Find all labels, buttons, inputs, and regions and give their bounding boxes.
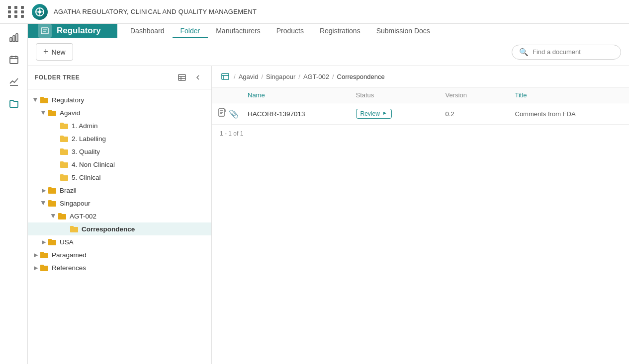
tree-label-singapour: Singapour [60, 200, 90, 207]
doc-type-icon [218, 108, 227, 119]
chevron-icon: ▶ [40, 186, 48, 194]
chevron-icon: ▶ [40, 109, 48, 117]
new-button[interactable]: + New [36, 43, 73, 61]
tree-item-brazil[interactable]: ▶ Brazil [28, 184, 211, 197]
tree-label-labelling: 2. Labelling [72, 135, 106, 143]
tree-label-regulatory: Regulatory [52, 96, 84, 104]
chevron-icon: ▶ [32, 264, 40, 272]
tree-item-regulatory[interactable]: ▶ Regulatory [28, 93, 211, 106]
chevron-icon [62, 225, 70, 233]
tree-label-references: References [52, 264, 86, 272]
tree-item-references[interactable]: ▶ References [28, 261, 211, 274]
folder-tree-title: FOLDER TREE [35, 74, 80, 81]
chevron-icon [52, 173, 60, 181]
tree-label-agt-002: AGT-002 [70, 213, 96, 220]
th-title: Title [515, 91, 624, 99]
content-panel: / Agavid / Singapour / AGT-002 / Corresp… [212, 66, 629, 364]
svg-rect-21 [222, 73, 229, 79]
tree-item-non-clinical[interactable]: 4. Non Clinical [28, 158, 211, 171]
tree-item-quality[interactable]: 3. Quality [28, 145, 211, 158]
sidebar-icons [0, 24, 28, 364]
tree-item-agavid[interactable]: ▶ Agavid [28, 106, 211, 119]
tree-collapse-btn[interactable] [191, 71, 204, 84]
status-badge[interactable]: Review [356, 109, 392, 119]
breadcrumb-sep: / [332, 73, 334, 80]
nav-dashboard[interactable]: Dashboard [122, 24, 173, 38]
module-header: Regulatory Dashboard Folder Manufacturer… [28, 24, 629, 38]
breadcrumb-sep: / [234, 73, 236, 80]
table-header: Name Status Version Title [212, 87, 629, 103]
tree-label-paragamed: Paragamed [52, 251, 87, 259]
tree-label-brazil: Brazil [60, 187, 77, 194]
apps-grid-icon[interactable] [8, 6, 26, 18]
sidebar-icon-calendar[interactable] [4, 50, 24, 70]
module-brand: Regulatory [28, 24, 117, 38]
svg-rect-7 [13, 36, 15, 42]
tree-item-paragamed[interactable]: ▶ Paragamed [28, 248, 211, 261]
chevron-icon: ▶ [40, 238, 48, 246]
tree-item-labelling[interactable]: 2. Labelling [28, 132, 211, 145]
chevron-icon [52, 122, 60, 130]
svg-rect-14 [41, 28, 48, 34]
app-title: AGATHA REGULATORY, CLINICAL AND QUALITY … [54, 8, 257, 15]
top-bar: AGATHA REGULATORY, CLINICAL AND QUALITY … [0, 0, 629, 24]
chevron-icon [52, 160, 60, 168]
status-arrow-icon [382, 111, 387, 117]
doc-status[interactable]: Review [356, 109, 446, 119]
breadcrumb-agavid[interactable]: Agavid [239, 73, 259, 80]
breadcrumb-sep: / [261, 73, 263, 80]
nav-submission-docs[interactable]: Submission Docs [368, 24, 438, 38]
module-brand-icon [38, 24, 52, 38]
folder-tree-body[interactable]: ▶ Regulatory ▶ Agavid 1. Admin [28, 89, 211, 364]
nav-products[interactable]: Products [269, 24, 312, 38]
tree-item-admin[interactable]: 1. Admin [28, 119, 211, 132]
tree-item-agt-002[interactable]: ▶ AGT-002 [28, 210, 211, 222]
new-label: New [52, 48, 66, 56]
doc-icons: 📎 [218, 108, 248, 119]
search-box[interactable]: 🔍 [512, 45, 621, 60]
table-row[interactable]: 📎 HACORR-1397013 Review 0.2 Comments fro… [212, 103, 629, 125]
tree-item-clinical[interactable]: 5. Clinical [28, 171, 211, 184]
th-version: Version [446, 91, 515, 99]
th-icon [218, 91, 248, 99]
svg-rect-6 [10, 38, 12, 42]
app-logo [32, 4, 48, 20]
tree-view-toggle[interactable] [176, 71, 188, 84]
tree-label-agavid: Agavid [60, 109, 80, 117]
sidebar-icon-chart[interactable] [4, 72, 24, 91]
svg-rect-9 [10, 57, 18, 64]
module-name: Regulatory [57, 26, 101, 36]
svg-marker-28 [383, 112, 386, 115]
nav-registrations[interactable]: Registrations [312, 24, 368, 38]
chevron-icon: ▶ [32, 251, 40, 259]
doc-title: Comments from FDA [515, 110, 624, 118]
folder-tree-actions [176, 71, 204, 84]
nav-manufacturers[interactable]: Manufacturers [208, 24, 268, 38]
sidebar-icon-folder[interactable] [4, 93, 24, 113]
folder-tree-panel: FOLDER TREE [28, 66, 212, 364]
toolbar: + New 🔍 [28, 38, 629, 66]
chevron-icon [52, 147, 60, 155]
tree-item-correspondence[interactable]: Correspondence [28, 222, 211, 235]
document-table: Name Status Version Title [212, 87, 629, 364]
tree-label-quality: 3. Quality [72, 148, 100, 155]
breadcrumb-correspondence[interactable]: Correspondence [337, 73, 385, 80]
tree-label-non-clinical: 4. Non Clinical [72, 161, 115, 168]
search-input[interactable] [533, 48, 614, 56]
folder-tree-header: FOLDER TREE [28, 66, 211, 89]
svg-point-1 [38, 10, 41, 13]
breadcrumb-sep: / [298, 73, 300, 80]
tree-label-clinical: 5. Clinical [72, 174, 101, 181]
tree-item-usa[interactable]: ▶ USA [28, 235, 211, 248]
tree-label-admin: 1. Admin [72, 122, 98, 130]
doc-attachment-icon: 📎 [229, 109, 239, 119]
tree-item-singapour[interactable]: ▶ Singapour [28, 197, 211, 210]
breadcrumb-agt-002[interactable]: AGT-002 [303, 73, 329, 80]
breadcrumb-home-icon[interactable] [220, 71, 231, 82]
nav-folder[interactable]: Folder [173, 24, 208, 38]
sidebar-icon-analytics[interactable] [4, 28, 24, 48]
tree-label-usa: USA [60, 238, 74, 246]
doc-name[interactable]: HACORR-1397013 [248, 110, 356, 118]
breadcrumb-singapour[interactable]: Singapour [266, 73, 295, 80]
chevron-icon [52, 135, 60, 143]
